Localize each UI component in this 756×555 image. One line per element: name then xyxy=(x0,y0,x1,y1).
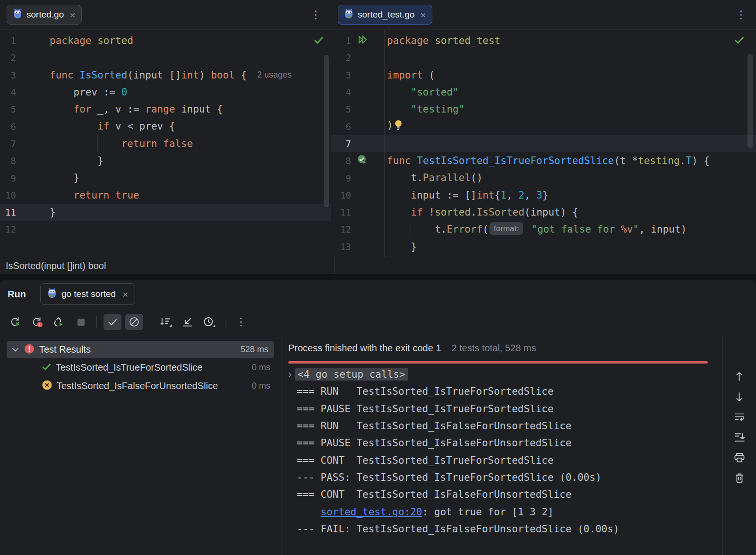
code-text: package sorted xyxy=(50,32,133,49)
tab-sorted-test-go[interactable]: sorted_test.go × xyxy=(338,5,432,25)
close-icon[interactable]: × xyxy=(69,10,75,20)
code-line: 6 if v < prev { xyxy=(0,118,331,135)
line-number: 2 xyxy=(331,52,351,63)
code-text: t.Errorf(format: "got false for %v", inp… xyxy=(387,221,687,238)
editor-scrollbar[interactable] xyxy=(747,54,753,148)
code-text: } xyxy=(50,204,56,221)
line-number: 9 xyxy=(0,173,16,183)
import-test-results-button[interactable] xyxy=(179,314,197,330)
code-text: } xyxy=(50,169,79,186)
code-text: return false xyxy=(50,135,193,152)
more-kebab-icon[interactable]: ⋮ xyxy=(310,9,321,20)
run-toolbar: ⋮ xyxy=(0,308,756,336)
scroll-to-end-icon[interactable] xyxy=(733,431,746,443)
code-text: input := []int{1, 2, 3} xyxy=(387,187,548,204)
run-all-tests-icon[interactable] xyxy=(357,35,368,46)
code-line: 1package sorted xyxy=(0,32,331,49)
tab-label: sorted_test.go xyxy=(358,9,414,20)
editor-split: sorted.go × ⋮ 1package sorted23func IsSo… xyxy=(0,0,756,274)
line-number: 7 xyxy=(331,139,351,149)
run-header: Run go test sorted × xyxy=(0,280,756,308)
code-line: 2 xyxy=(331,49,756,66)
stop-button[interactable] xyxy=(72,314,90,330)
console-line: === RUN TestIsSorted_IsFalseForUnsortedS… xyxy=(288,417,708,434)
clear-icon[interactable] xyxy=(733,472,746,484)
code-text: if !sorted.IsSorted(input) { xyxy=(387,204,578,221)
gutter-separator xyxy=(47,30,47,257)
intention-lightbulb-icon[interactable] xyxy=(394,119,403,136)
tab-label: sorted.go xyxy=(26,9,64,20)
line-number: 3 xyxy=(0,70,16,80)
test-time: 0 ms xyxy=(252,363,270,373)
sort-tests-button[interactable] xyxy=(157,314,175,330)
test-result-row[interactable]: TestIsSorted_IsTrueForSortedSlice0 ms xyxy=(0,358,283,377)
test-results-label: Test Results xyxy=(39,344,236,355)
fold-expand-icon[interactable]: › xyxy=(288,368,295,381)
toggle-auto-test-button[interactable] xyxy=(50,314,68,330)
run-content: Test Results 528 ms TestIsSorted_IsTrueF… xyxy=(0,336,756,555)
code-line: 7 return false xyxy=(0,135,331,152)
code-text: "sorted" xyxy=(387,84,459,101)
line-number: 1 xyxy=(331,35,351,46)
line-number: 2 xyxy=(0,52,16,63)
editor-scrollbar[interactable] xyxy=(324,55,329,207)
test-history-button[interactable] xyxy=(200,314,218,330)
code-text: func IsSorted(input []int) bool { xyxy=(50,67,247,84)
line-number: 6 xyxy=(0,121,16,132)
status-divider xyxy=(334,257,335,274)
inspections-ok-icon[interactable] xyxy=(313,35,324,46)
soft-wrap-icon[interactable] xyxy=(733,411,746,423)
console-line: === CONT TestIsSorted_IsTrueForSortedSli… xyxy=(288,451,708,468)
code-editor-surface[interactable]: 1package sorted_test23import (4 "sorted"… xyxy=(331,30,756,257)
rerun-failed-tests-button[interactable] xyxy=(28,314,46,330)
console-line: === PAUSE TestIsSorted_IsTrueForSortedSl… xyxy=(288,400,708,417)
tab-sorted-go[interactable]: sorted.go × xyxy=(7,5,82,25)
test-name: TestIsSorted_IsFalseForUnsortedSlice xyxy=(57,381,218,391)
console-output[interactable]: Process finished with the exit code 1 2 … xyxy=(283,336,722,555)
inspections-ok-icon[interactable] xyxy=(734,35,745,46)
fail-x-icon xyxy=(42,380,52,392)
editor-pane-sorted-test-go: sorted_test.go × ⋮ 1package sorted_test2… xyxy=(331,0,756,257)
more-options-button[interactable]: ⋮ xyxy=(232,314,250,330)
rerun-tests-button[interactable] xyxy=(7,314,25,330)
test-passed-icon[interactable] xyxy=(357,154,368,167)
pass-check-icon xyxy=(42,363,52,373)
usages-hint[interactable]: 2 usages xyxy=(257,70,292,80)
code-line: 3func IsSorted(input []int) bool {2 usag… xyxy=(0,67,331,84)
code-editor-surface[interactable]: 1package sorted23func IsSorted(input []i… xyxy=(0,30,331,257)
test-result-row[interactable]: TestIsSorted_IsFalseForUnsortedSlice0 ms xyxy=(0,377,283,395)
code-text: for _, v := range input { xyxy=(50,101,223,118)
more-kebab-icon[interactable]: ⋮ xyxy=(736,9,747,20)
line-number: 5 xyxy=(0,104,16,114)
code-line: 9 t.Parallel() xyxy=(331,169,756,186)
toolbar-separator xyxy=(225,316,225,328)
editor-status-bar: IsSorted(input []int) bool xyxy=(0,257,756,274)
code-line: 4 "sorted" xyxy=(331,84,756,101)
scroll-up-icon[interactable] xyxy=(733,370,746,382)
scroll-down-icon[interactable] xyxy=(733,390,746,403)
run-tool-window: Run go test sorted × ⋮ Test Results 528 … xyxy=(0,280,756,555)
run-config-tab[interactable]: go test sorted × xyxy=(40,283,135,305)
indent-guide xyxy=(97,135,98,152)
file-link[interactable]: sorted_test.go:20 xyxy=(321,506,422,518)
line-number: 7 xyxy=(0,139,16,149)
line-number: 1 xyxy=(0,35,16,46)
folded-region[interactable]: <4 go setup calls> xyxy=(295,368,408,381)
code-line: 12 t.Errorf(format: "got false for %v", … xyxy=(331,221,756,238)
code-line: 12 xyxy=(0,221,331,238)
close-icon[interactable]: × xyxy=(420,10,426,20)
chevron-down-icon[interactable] xyxy=(11,346,19,354)
gutter-slot xyxy=(351,154,382,167)
line-number: 9 xyxy=(331,173,351,183)
test-results-root-row[interactable]: Test Results 528 ms xyxy=(7,341,274,358)
line-number: 10 xyxy=(0,190,16,200)
left-tab-bar: sorted.go × ⋮ xyxy=(0,0,331,30)
show-passed-button[interactable] xyxy=(103,314,121,330)
line-number: 12 xyxy=(0,224,16,234)
line-number: 10 xyxy=(331,190,351,200)
close-icon[interactable]: × xyxy=(122,289,128,299)
code-line: 9 } xyxy=(0,169,331,186)
print-icon[interactable] xyxy=(733,451,746,464)
code-text: if v < prev { xyxy=(50,118,175,135)
show-ignored-button[interactable] xyxy=(125,314,143,330)
